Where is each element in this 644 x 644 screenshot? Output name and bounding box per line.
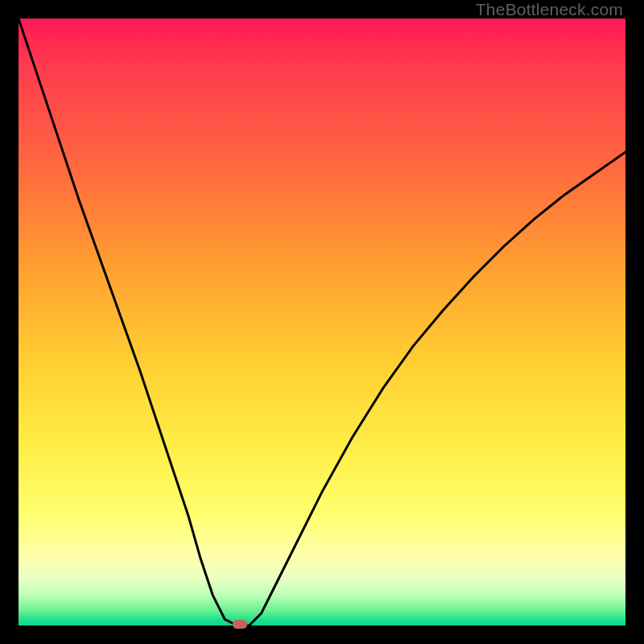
watermark-text: TheBottleneck.com (476, 0, 623, 19)
bottleneck-curve-path (19, 19, 625, 625)
chart-frame: TheBottleneck.com (0, 0, 644, 644)
plot-area (19, 19, 625, 625)
curve-svg (19, 19, 625, 625)
minimum-marker (233, 620, 247, 629)
